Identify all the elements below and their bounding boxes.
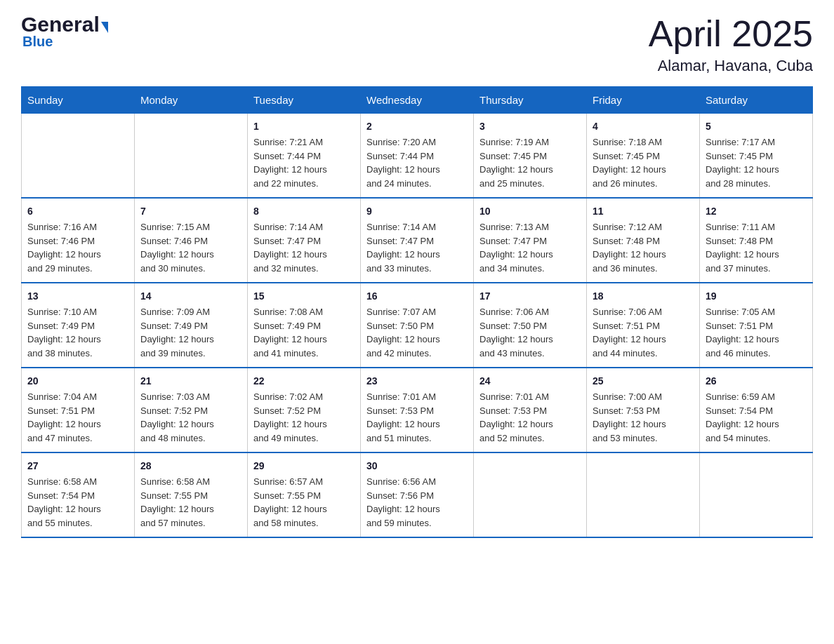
main-title: April 2025 <box>649 14 813 54</box>
day-info: Sunrise: 6:58 AM Sunset: 7:54 PM Dayligh… <box>27 475 128 530</box>
week-row-4: 20Sunrise: 7:04 AM Sunset: 7:51 PM Dayli… <box>22 368 813 452</box>
day-cell: 19Sunrise: 7:05 AM Sunset: 7:51 PM Dayli… <box>700 283 813 368</box>
subtitle: Alamar, Havana, Cuba <box>649 57 813 75</box>
day-number: 4 <box>593 119 694 134</box>
day-info: Sunrise: 7:13 AM Sunset: 7:47 PM Dayligh… <box>479 220 581 275</box>
day-number: 26 <box>706 374 807 389</box>
day-info: Sunrise: 7:01 AM Sunset: 7:53 PM Dayligh… <box>366 390 468 445</box>
day-number: 3 <box>479 119 581 134</box>
day-cell: 17Sunrise: 7:06 AM Sunset: 7:50 PM Dayli… <box>474 283 587 368</box>
day-number: 12 <box>706 204 807 219</box>
day-cell: 9Sunrise: 7:14 AM Sunset: 7:47 PM Daylig… <box>361 198 474 283</box>
day-info: Sunrise: 7:20 AM Sunset: 7:44 PM Dayligh… <box>366 135 468 190</box>
day-cell: 30Sunrise: 6:56 AM Sunset: 7:56 PM Dayli… <box>361 452 474 537</box>
day-number: 18 <box>593 289 694 304</box>
day-number: 20 <box>27 374 128 389</box>
day-info: Sunrise: 7:04 AM Sunset: 7:51 PM Dayligh… <box>27 390 128 445</box>
day-cell: 29Sunrise: 6:57 AM Sunset: 7:55 PM Dayli… <box>248 452 361 537</box>
day-info: Sunrise: 7:19 AM Sunset: 7:45 PM Dayligh… <box>479 135 581 190</box>
day-cell: 23Sunrise: 7:01 AM Sunset: 7:53 PM Dayli… <box>361 368 474 452</box>
header-wednesday: Wednesday <box>361 87 474 114</box>
day-number: 21 <box>140 374 241 389</box>
day-info: Sunrise: 7:14 AM Sunset: 7:47 PM Dayligh… <box>366 220 468 275</box>
day-cell: 26Sunrise: 6:59 AM Sunset: 7:54 PM Dayli… <box>700 368 813 452</box>
day-number: 2 <box>366 119 468 134</box>
day-cell: 3Sunrise: 7:19 AM Sunset: 7:45 PM Daylig… <box>474 114 587 199</box>
day-cell: 20Sunrise: 7:04 AM Sunset: 7:51 PM Dayli… <box>22 368 135 452</box>
day-info: Sunrise: 6:56 AM Sunset: 7:56 PM Dayligh… <box>366 475 468 530</box>
day-number: 11 <box>593 204 694 219</box>
day-number: 16 <box>366 289 468 304</box>
logo: General <box>21 14 108 35</box>
day-number: 27 <box>27 459 128 474</box>
week-row-3: 13Sunrise: 7:10 AM Sunset: 7:49 PM Dayli… <box>22 283 813 368</box>
day-cell: 14Sunrise: 7:09 AM Sunset: 7:49 PM Dayli… <box>135 283 248 368</box>
week-row-5: 27Sunrise: 6:58 AM Sunset: 7:54 PM Dayli… <box>22 452 813 537</box>
day-number: 8 <box>253 204 355 219</box>
day-info: Sunrise: 7:03 AM Sunset: 7:52 PM Dayligh… <box>140 390 241 445</box>
day-number: 28 <box>140 459 241 474</box>
header-sunday: Sunday <box>22 87 135 114</box>
day-cell: 15Sunrise: 7:08 AM Sunset: 7:49 PM Dayli… <box>248 283 361 368</box>
day-cell: 22Sunrise: 7:02 AM Sunset: 7:52 PM Dayli… <box>248 368 361 452</box>
day-info: Sunrise: 7:06 AM Sunset: 7:50 PM Dayligh… <box>479 305 581 360</box>
header-monday: Monday <box>135 87 248 114</box>
day-info: Sunrise: 7:05 AM Sunset: 7:51 PM Dayligh… <box>706 305 807 360</box>
day-number: 9 <box>366 204 468 219</box>
day-cell: 12Sunrise: 7:11 AM Sunset: 7:48 PM Dayli… <box>700 198 813 283</box>
day-info: Sunrise: 7:12 AM Sunset: 7:48 PM Dayligh… <box>593 220 694 275</box>
logo-area: General Blue <box>21 14 108 50</box>
header-saturday: Saturday <box>700 87 813 114</box>
day-number: 17 <box>479 289 581 304</box>
day-number: 5 <box>706 119 807 134</box>
day-number: 22 <box>253 374 355 389</box>
day-info: Sunrise: 7:08 AM Sunset: 7:49 PM Dayligh… <box>253 305 355 360</box>
day-info: Sunrise: 7:17 AM Sunset: 7:45 PM Dayligh… <box>706 135 807 190</box>
header-friday: Friday <box>587 87 700 114</box>
logo-general: General <box>21 14 100 35</box>
day-number: 1 <box>253 119 355 134</box>
header: General Blue April 2025 Alamar, Havana, … <box>21 14 813 75</box>
day-info: Sunrise: 7:09 AM Sunset: 7:49 PM Dayligh… <box>140 305 241 360</box>
day-cell: 25Sunrise: 7:00 AM Sunset: 7:53 PM Dayli… <box>587 368 700 452</box>
day-cell: 10Sunrise: 7:13 AM Sunset: 7:47 PM Dayli… <box>474 198 587 283</box>
day-number: 15 <box>253 289 355 304</box>
day-cell: 6Sunrise: 7:16 AM Sunset: 7:46 PM Daylig… <box>22 198 135 283</box>
day-cell <box>700 452 813 537</box>
day-cell: 8Sunrise: 7:14 AM Sunset: 7:47 PM Daylig… <box>248 198 361 283</box>
day-number: 13 <box>27 289 128 304</box>
day-info: Sunrise: 7:14 AM Sunset: 7:47 PM Dayligh… <box>253 220 355 275</box>
day-info: Sunrise: 7:16 AM Sunset: 7:46 PM Dayligh… <box>27 220 128 275</box>
day-info: Sunrise: 6:58 AM Sunset: 7:55 PM Dayligh… <box>140 475 241 530</box>
day-info: Sunrise: 7:15 AM Sunset: 7:46 PM Dayligh… <box>140 220 241 275</box>
day-number: 14 <box>140 289 241 304</box>
day-cell: 11Sunrise: 7:12 AM Sunset: 7:48 PM Dayli… <box>587 198 700 283</box>
calendar-table: SundayMondayTuesdayWednesdayThursdayFrid… <box>21 86 813 538</box>
day-cell: 18Sunrise: 7:06 AM Sunset: 7:51 PM Dayli… <box>587 283 700 368</box>
day-cell: 4Sunrise: 7:18 AM Sunset: 7:45 PM Daylig… <box>587 114 700 199</box>
week-row-2: 6Sunrise: 7:16 AM Sunset: 7:46 PM Daylig… <box>22 198 813 283</box>
day-number: 24 <box>479 374 581 389</box>
day-info: Sunrise: 7:02 AM Sunset: 7:52 PM Dayligh… <box>253 390 355 445</box>
day-number: 30 <box>366 459 468 474</box>
logo-blue-text: Blue <box>22 34 53 50</box>
calendar-header-row: SundayMondayTuesdayWednesdayThursdayFrid… <box>22 87 813 114</box>
day-cell <box>22 114 135 199</box>
day-info: Sunrise: 7:01 AM Sunset: 7:53 PM Dayligh… <box>479 390 581 445</box>
header-tuesday: Tuesday <box>248 87 361 114</box>
logo-arrow-icon <box>101 22 108 33</box>
day-cell: 5Sunrise: 7:17 AM Sunset: 7:45 PM Daylig… <box>700 114 813 199</box>
day-number: 6 <box>27 204 128 219</box>
day-cell: 28Sunrise: 6:58 AM Sunset: 7:55 PM Dayli… <box>135 452 248 537</box>
day-info: Sunrise: 7:10 AM Sunset: 7:49 PM Dayligh… <box>27 305 128 360</box>
day-info: Sunrise: 7:06 AM Sunset: 7:51 PM Dayligh… <box>593 305 694 360</box>
day-cell: 16Sunrise: 7:07 AM Sunset: 7:50 PM Dayli… <box>361 283 474 368</box>
day-cell: 24Sunrise: 7:01 AM Sunset: 7:53 PM Dayli… <box>474 368 587 452</box>
day-number: 7 <box>140 204 241 219</box>
day-cell: 27Sunrise: 6:58 AM Sunset: 7:54 PM Dayli… <box>22 452 135 537</box>
day-info: Sunrise: 7:07 AM Sunset: 7:50 PM Dayligh… <box>366 305 468 360</box>
day-info: Sunrise: 7:11 AM Sunset: 7:48 PM Dayligh… <box>706 220 807 275</box>
day-number: 29 <box>253 459 355 474</box>
title-area: April 2025 Alamar, Havana, Cuba <box>649 14 813 75</box>
day-cell: 13Sunrise: 7:10 AM Sunset: 7:49 PM Dayli… <box>22 283 135 368</box>
